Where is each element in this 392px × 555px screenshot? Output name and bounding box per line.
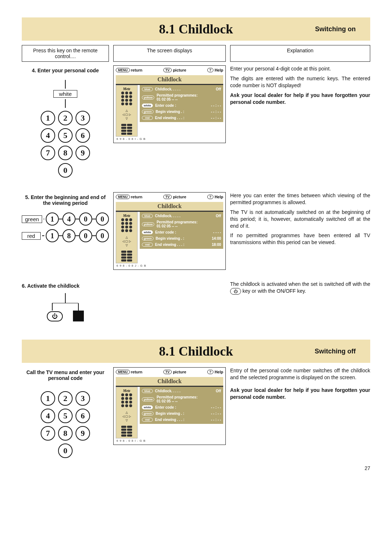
red-sequence: 1 8 0 0 [46, 229, 109, 242]
green-button: green [142, 110, 154, 114]
key-2[interactable]: 2 [58, 391, 73, 406]
step5-tv: MENUreturn TVpicture ?Help Childlock Met… [113, 192, 226, 270]
key-3[interactable]: 3 [75, 111, 90, 125]
white-button: white [142, 104, 153, 108]
power-inline-icon: ⏻ [230, 288, 241, 295]
step5-left: 5. Enter the beginning and end of the vi… [22, 192, 109, 270]
step5-row: 5. Enter the beginning and end of the vi… [22, 192, 370, 270]
col-explain-label: Explanation [230, 45, 370, 62]
key-7[interactable]: 7 [41, 426, 55, 441]
green-sequence: 1 4 0 0 [46, 212, 109, 226]
step6-title: 6. Activate the childlock [22, 283, 109, 289]
white-key-label: white [53, 90, 77, 98]
remote-icon: Metz △ ◁ ▢ ▷ ▽ [116, 387, 138, 438]
section2-step-title: Call the TV menu and enter your personal… [22, 369, 109, 381]
key-9[interactable]: 9 [75, 146, 90, 160]
key-5[interactable]: 5 [58, 128, 73, 143]
blue-button: blue [142, 87, 153, 91]
step6-explain: The childlock is activated when the set … [230, 281, 370, 321]
keypad-diagram: white 1 2 3 4 5 6 7 8 9 0 [22, 80, 109, 178]
key-2[interactable]: 2 [58, 111, 73, 125]
key-1[interactable]: 1 [41, 391, 55, 406]
col-screen-label: The screen displays [113, 45, 226, 62]
key-3[interactable]: 3 [75, 391, 90, 406]
section2-header: 8.1 Childlock Switching off [22, 340, 370, 363]
remote-icon: Metz △ ◁ ▢ ▷ ▽ [116, 85, 138, 137]
numeric-keypad: 1 2 3 4 5 6 7 8 9 [41, 111, 90, 160]
key-0[interactable]: 0 [58, 443, 73, 458]
section2-explain: Entry of the personal code number switch… [230, 367, 370, 458]
key-9[interactable]: 9 [75, 426, 90, 441]
step5-title: 5. Enter the beginning and end of the vi… [22, 194, 109, 206]
key-6[interactable]: 6 [75, 409, 90, 423]
menu-pill-icon: MENU [116, 68, 130, 72]
remote-icon: Metz △ ◁ ▢ ▷ ▽ [116, 212, 138, 263]
section1-header: 8.1 Childlock Switching on [22, 17, 370, 41]
step6-row: 6. Activate the childlock ⏻ The childloc… [22, 281, 370, 321]
step4-tv: MENUreturn TVpicture ?Help Childlock Met… [113, 65, 226, 178]
section2-subtitle: Switching off [315, 348, 370, 355]
red-button: red [142, 116, 153, 120]
key-4[interactable]: 4 [41, 409, 55, 423]
section2-tv: MENUreturn TVpicture ?Help Childlock Met… [113, 367, 226, 458]
section1-subtitle: Switching on [315, 25, 370, 33]
key-6[interactable]: 6 [75, 128, 90, 143]
step4-title: 4. Enter your personal code [22, 68, 109, 73]
help-pill-icon: ? [207, 68, 214, 72]
step4-left: 4. Enter your personal code white 1 2 3 … [22, 65, 109, 178]
key-8[interactable]: 8 [58, 146, 73, 160]
menu-title: Childlock [116, 75, 223, 85]
step4-explain: Enter your personal 4-digit code at this… [230, 65, 370, 178]
power-icon[interactable]: ⏻ [47, 311, 63, 321]
step6-left: 6. Activate the childlock ⏻ [22, 281, 109, 321]
green-label: green [22, 215, 42, 223]
key-1[interactable]: 1 [41, 111, 55, 125]
page-number: 27 [22, 465, 370, 471]
section2-left: Call the TV menu and enter your personal… [22, 367, 109, 458]
activate-diagram: ⏻ [22, 293, 109, 321]
numeric-keypad: 1 2 3 4 5 6 7 8 9 [41, 391, 90, 441]
key-7[interactable]: 7 [41, 146, 55, 160]
key-8[interactable]: 8 [58, 426, 73, 441]
step4-row: 4. Enter your personal code white 1 2 3 … [22, 65, 370, 178]
column-headers: Press this key on the remote control....… [22, 45, 370, 62]
key-5[interactable]: 5 [58, 409, 73, 423]
tv-footer: 6 9 8 - 0 8 I - G B [116, 137, 223, 141]
key-4[interactable]: 4 [41, 128, 55, 143]
step5-explain: Here you can enter the times between whi… [230, 192, 370, 270]
onoff-key-icon[interactable] [73, 311, 84, 321]
yellow-button: yellow [142, 96, 154, 100]
red-label: red [22, 232, 41, 240]
tv-pill-icon: TV [163, 68, 172, 72]
key-0[interactable]: 0 [58, 163, 73, 178]
col-remote-label: Press this key on the remote control.... [22, 45, 109, 62]
section2-row: Call the TV menu and enter your personal… [22, 367, 370, 458]
